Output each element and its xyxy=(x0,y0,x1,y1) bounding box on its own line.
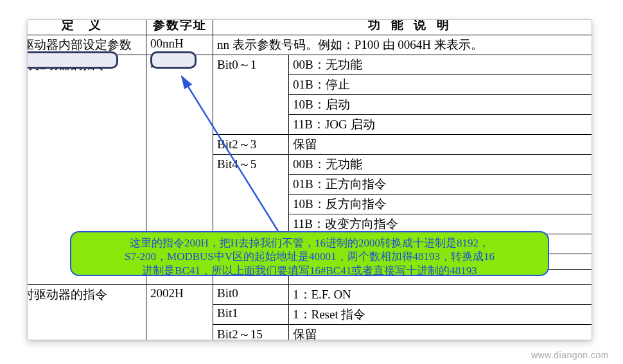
cell-addr: 2002H xyxy=(146,285,213,341)
cell-desc: 00B：无功能 xyxy=(289,55,593,75)
register-table: 定 义 参数字址 功 能 说 明 驱动器内部设定参数 00nnH nn 表示参数… xyxy=(27,19,592,340)
cell-bit: Bit0 xyxy=(213,285,289,305)
annotation-callout: 这里的指令200H，把H去掉我们不管，16进制的2000转换成十进制是8192，… xyxy=(70,231,549,276)
cell-bit: Bit2～15 xyxy=(213,325,289,341)
cell-desc: 10B：反方向指令 xyxy=(289,195,593,214)
header-address: 参数字址 xyxy=(146,19,213,35)
cell-desc: 保留 xyxy=(289,325,593,341)
cell-addr: 00nnH xyxy=(146,35,213,55)
cell-desc: 00B：无功能 xyxy=(289,155,593,175)
cell-desc: 1：Reset 指令 xyxy=(289,305,593,325)
document-card: 定 义 参数字址 功 能 说 明 驱动器内部设定参数 00nnH nn 表示参数… xyxy=(27,19,592,340)
callout-line: S7-200，MODBUS中V区的起始地址是40001，两个数相加得48193，… xyxy=(79,250,540,263)
table-wrap: 定 义 参数字址 功 能 说 明 驱动器内部设定参数 00nnH nn 表示参数… xyxy=(27,19,592,340)
watermark-text: www.diangon.com xyxy=(531,350,609,360)
header-definition: 定 义 xyxy=(27,19,146,35)
cell-desc: 11B：JOG 启动 xyxy=(289,115,593,135)
table-row: 对驱动器的指令 2002H Bit0 1：E.F. ON xyxy=(27,285,592,305)
table-row: 对驱动器的指令 2000H Bit0～1 00B：无功能 xyxy=(27,55,592,75)
cell-desc: nn 表示参数号码。例如：P100 由 0064H 来表示。 xyxy=(213,35,593,55)
cell-desc: 1：E.F. ON xyxy=(289,285,593,305)
cell-bit: Bit2～3 xyxy=(213,135,289,155)
cell-def: 对驱动器的指令 xyxy=(27,285,146,341)
cell-desc: 01B：停止 xyxy=(289,75,593,95)
cell-desc: 01B：正方向指令 xyxy=(289,175,593,195)
header-function: 功 能 说 明 xyxy=(213,19,593,35)
cell-desc: 10B：启动 xyxy=(289,95,593,115)
callout-line: 进制是BC41，所以上面我们要填写16#BC41或者直接写十进制的48193 xyxy=(79,264,540,277)
cell-bit: Bit0～1 xyxy=(213,55,289,135)
table-header-row: 定 义 参数字址 功 能 说 明 xyxy=(27,19,592,35)
table-row: 驱动器内部设定参数 00nnH nn 表示参数号码。例如：P100 由 0064… xyxy=(27,35,592,55)
cell-desc: 保留 xyxy=(289,135,593,155)
cell-bit: Bit4～5 xyxy=(213,155,289,234)
callout-line: 这里的指令200H，把H去掉我们不管，16进制的2000转换成十进制是8192， xyxy=(79,236,540,250)
cell-bit: Bit1 xyxy=(213,305,289,325)
cell-def: 驱动器内部设定参数 xyxy=(27,35,146,55)
